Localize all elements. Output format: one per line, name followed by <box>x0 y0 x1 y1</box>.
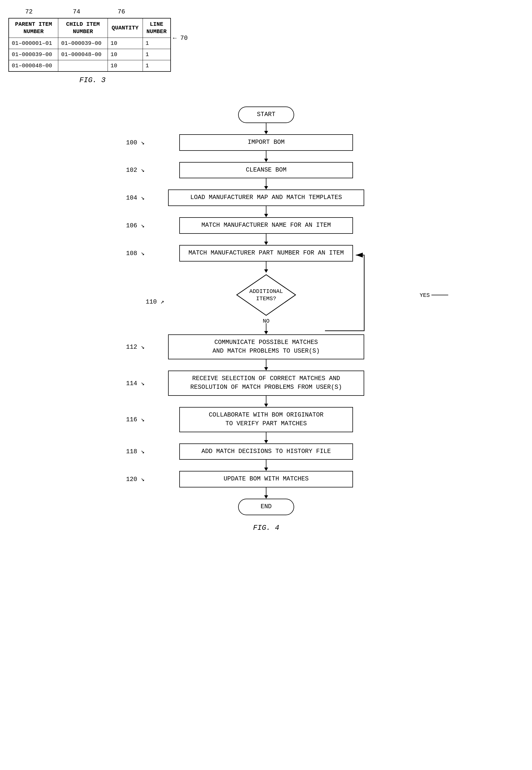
arrow-3 <box>264 178 268 189</box>
cell-line-1: 1 <box>143 38 171 49</box>
step-100-box: IMPORT BOM <box>179 134 353 151</box>
arrow-5 <box>264 234 268 245</box>
ref-70: ← 70 <box>173 35 188 42</box>
yes-line <box>431 295 448 295</box>
label-110: 110 ↗ <box>146 298 164 305</box>
fig3-caption: FIG. 3 <box>8 76 176 84</box>
arrow-10 <box>264 432 268 444</box>
step-112-row: 112 ↘ COMMUNICATE POSSIBLE MATCHES AND M… <box>112 334 420 359</box>
step-114-row: 114 ↘ RECEIVE SELECTION OF CORRECT MATCH… <box>112 370 420 396</box>
no-label: NO <box>263 318 270 324</box>
label-106: 106 ↘ <box>126 222 145 229</box>
step-118-row: 118 ↘ ADD MATCH DECISIONS TO HISTORY FIL… <box>112 444 420 460</box>
label-112: 112 ↘ <box>126 343 145 351</box>
step-100-row: 100 ↘ IMPORT BOM <box>112 134 420 151</box>
step-106-row: 106 ↘ MATCH MANUFACTURER NAME FOR AN ITE… <box>112 217 420 234</box>
bom-table: PARENT ITEMNUMBER CHILD ITEMNUMBER QUANT… <box>8 18 171 72</box>
step-112-box: COMMUNICATE POSSIBLE MATCHES AND MATCH P… <box>168 334 364 359</box>
step-110-row: 110 ↗ ADDITIONALITEMS? YES NO <box>112 273 420 317</box>
step-114-box: RECEIVE SELECTION OF CORRECT MATCHES AND… <box>168 370 364 396</box>
label-118: 118 ↘ <box>126 448 145 455</box>
header-line: LINENUMBER <box>143 18 171 38</box>
table-row: 01–000039–00 01–000048–00 10 1 <box>9 49 171 60</box>
start-box: START <box>238 106 294 123</box>
cell-child-3 <box>58 60 108 72</box>
step-102-box: CLEANSE BOM <box>179 162 353 178</box>
ref-74: 74 <box>73 8 80 15</box>
table-row: 01–000001–01 01–000039–00 10 1 <box>9 38 171 49</box>
arrow-2 <box>264 151 268 162</box>
step-118-box: ADD MATCH DECISIONS TO HISTORY FILE <box>179 444 353 460</box>
label-114: 114 ↘ <box>126 379 145 387</box>
arrow-11 <box>264 460 268 471</box>
arrow-9 <box>264 396 268 407</box>
header-child: CHILD ITEMNUMBER <box>58 18 108 38</box>
step-116-row: 116 ↘ COLLABORATE WITH BOM ORIGINATOR TO… <box>112 407 420 432</box>
step-106-box: MATCH MANUFACTURER NAME FOR AN ITEM <box>179 217 353 234</box>
label-102: 102 ↘ <box>126 166 145 174</box>
header-quantity: QUANTITY <box>108 18 143 38</box>
cell-parent-2: 01–000039–00 <box>9 49 58 60</box>
ref-76: 76 <box>118 8 125 15</box>
cell-parent-1: 01–000001–01 <box>9 38 58 49</box>
cell-child-1: 01–000039–00 <box>58 38 108 49</box>
fig4-caption: FIG. 4 <box>253 524 279 532</box>
cell-parent-3: 01–000048–00 <box>9 60 58 72</box>
arrow-4 <box>264 206 268 217</box>
end-box: END <box>238 499 294 515</box>
flowchart-inner: START 100 ↘ IMPORT BOM 102 ↘ CLEANSE BOM… <box>112 106 420 532</box>
label-116: 116 ↘ <box>126 416 145 423</box>
arrow-12 <box>264 488 268 499</box>
step-116-box: COLLABORATE WITH BOM ORIGINATOR TO VERIF… <box>179 407 353 432</box>
label-100: 100 ↘ <box>126 139 145 146</box>
yes-label: YES <box>420 292 430 298</box>
step-102-row: 102 ↘ CLEANSE BOM <box>112 162 420 178</box>
label-120: 120 ↘ <box>126 476 145 483</box>
diamond-text: ADDITIONALITEMS? <box>249 288 283 302</box>
flowchart-fig4: START 100 ↘ IMPORT BOM 102 ↘ CLEANSE BOM… <box>112 106 420 532</box>
cell-line-2: 1 <box>143 49 171 60</box>
yes-branch: YES <box>420 292 448 298</box>
header-parent: PARENT ITEMNUMBER <box>9 18 58 38</box>
cell-qty-1: 10 <box>108 38 143 49</box>
arrow-8 <box>264 359 268 370</box>
ref-72: 72 <box>25 8 32 15</box>
step-120-box: UPDATE BOM WITH MATCHES <box>179 471 353 488</box>
start-row: START <box>112 106 420 123</box>
cell-qty-2: 10 <box>108 49 143 60</box>
col-refs: 72 74 76 <box>8 8 176 17</box>
label-104: 104 ↘ <box>126 194 145 201</box>
step-108-row: 108 ↘ MATCH MANUFACTURER PART NUMBER FOR… <box>112 245 420 261</box>
step-120-row: 120 ↘ UPDATE BOM WITH MATCHES <box>112 471 420 488</box>
step-104-box: LOAD MANUFACTURER MAP AND MATCH TEMPLATE… <box>168 189 364 206</box>
cell-child-2: 01–000048–00 <box>58 49 108 60</box>
arrow-6 <box>264 261 268 273</box>
label-108: 108 ↘ <box>126 249 145 257</box>
step-108-box: MATCH MANUFACTURER PART NUMBER FOR AN IT… <box>179 245 353 261</box>
fig3-section: 72 74 76 PARENT ITEMNUMBER CHILD ITEMNUM… <box>8 8 176 84</box>
step-104-row: 104 ↘ LOAD MANUFACTURER MAP AND MATCH TE… <box>112 189 420 206</box>
end-row: END <box>112 499 420 515</box>
cell-line-3: 1 <box>143 60 171 72</box>
table-row: 01–000048–00 10 1 <box>9 60 171 72</box>
cell-qty-3: 10 <box>108 60 143 72</box>
arrow-1 <box>264 123 268 134</box>
arrow-7 <box>264 323 268 334</box>
